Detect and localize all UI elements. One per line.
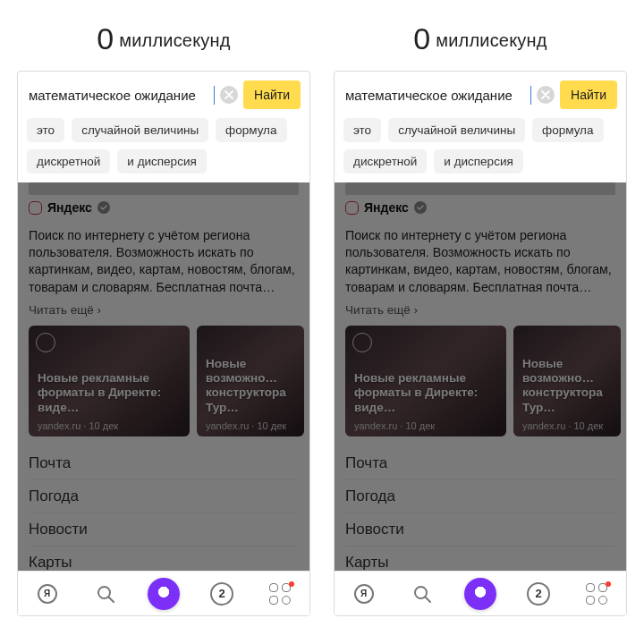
- nav-home[interactable]: Я: [30, 576, 65, 612]
- card-meta: yandex.ru · 10 дек: [38, 420, 118, 431]
- chip[interactable]: формула: [532, 118, 603, 142]
- nav-search[interactable]: [404, 576, 440, 612]
- nav-tabs[interactable]: 2: [204, 576, 240, 612]
- services-icon: [269, 583, 291, 605]
- card-meta: yandex.ru · 10 дек: [354, 420, 435, 431]
- nav-assistant[interactable]: [462, 576, 498, 612]
- phone-frame: Найти это случайной величины формула дис…: [17, 71, 310, 616]
- card-meta: yandex.ru · 10 дек: [206, 420, 286, 431]
- search-button[interactable]: Найти: [560, 80, 617, 109]
- chip[interactable]: случайной величины: [72, 118, 208, 142]
- news-card[interactable]: Новые возможно… конструктора Тур… yandex…: [197, 326, 304, 436]
- cutoff-title: [29, 182, 299, 195]
- cutoff-title: [345, 182, 615, 195]
- dimmed-content: Яндекс Поиск по интернету с учётом регио…: [335, 182, 626, 571]
- yandex-ring-icon: Я: [38, 584, 57, 604]
- service-links: Почта Погода Новости Карты ТВ Радио Музы…: [335, 444, 626, 571]
- nav-more[interactable]: [579, 576, 614, 612]
- news-cards: Новые рекламные форматы в Директе: виде……: [335, 326, 626, 444]
- result-snippet: Поиск по интернету с учётом региона поль…: [335, 220, 626, 301]
- verified-icon: [414, 201, 427, 214]
- chip[interactable]: дискретной: [27, 149, 110, 174]
- news-card[interactable]: Новые рекламные форматы в Директе: виде……: [29, 326, 190, 436]
- timer-label: 0 миллисекунд: [97, 21, 230, 56]
- nav-search[interactable]: [88, 576, 123, 612]
- phone-frame: Найти это случайной величины формула дис…: [334, 71, 627, 616]
- link-item[interactable]: Почта: [345, 447, 615, 480]
- link-item[interactable]: Погода: [345, 480, 615, 513]
- result-brand-row: Яндекс: [335, 200, 626, 220]
- read-more-link[interactable]: Читать ещё ›: [18, 301, 309, 326]
- close-icon: [541, 90, 550, 99]
- clear-button[interactable]: [220, 86, 238, 104]
- search-input[interactable]: [29, 86, 215, 105]
- column-right: 0 миллисекунд Найти это случайной величи…: [333, 9, 628, 616]
- result-snippet: Поиск по интернету с учётом региона поль…: [18, 220, 309, 301]
- card-title: Новые рекламные форматы в Директе: виде…: [354, 371, 497, 415]
- nav-tabs[interactable]: 2: [521, 576, 556, 612]
- service-links: Почта Погода Новости Карты ТВ Радио Музы…: [18, 444, 309, 571]
- search-bar: Найти: [335, 72, 626, 118]
- alice-icon: [148, 578, 180, 610]
- timer-value: 0: [97, 21, 114, 55]
- yandex-logo-icon: [29, 201, 42, 215]
- comparison-pair: 0 миллисекунд Найти это случайной величи…: [0, 0, 644, 616]
- card-title: Новые возможно… конструктора Тур…: [206, 357, 295, 415]
- chip[interactable]: случайной величины: [388, 118, 525, 142]
- chip[interactable]: это: [343, 118, 381, 142]
- notification-dot-icon: [289, 581, 294, 587]
- news-card[interactable]: Новые рекламные форматы в Директе: виде……: [345, 326, 506, 436]
- news-cards: Новые рекламные форматы в Директе: виде……: [18, 326, 309, 444]
- yandex-ring-icon: Я: [354, 584, 374, 604]
- chip[interactable]: дискретной: [343, 149, 427, 174]
- read-more-link[interactable]: Читать ещё ›: [335, 301, 626, 326]
- search-bar: Найти: [18, 72, 309, 118]
- nav-assistant[interactable]: [146, 576, 182, 612]
- nav-more[interactable]: [262, 576, 298, 612]
- bottom-nav: Я 2: [18, 571, 309, 615]
- link-item[interactable]: Карты: [29, 547, 299, 571]
- result-brand: Яндекс: [47, 200, 92, 215]
- result-brand: Яндекс: [364, 200, 409, 215]
- verified-icon: [97, 201, 110, 214]
- link-item[interactable]: Новости: [29, 513, 299, 547]
- link-item[interactable]: Погода: [29, 480, 299, 513]
- chip[interactable]: формула: [216, 118, 286, 142]
- turbo-icon: [36, 333, 55, 352]
- search-input[interactable]: [345, 86, 531, 105]
- nav-home[interactable]: Я: [346, 576, 382, 612]
- tabs-count-icon: 2: [210, 582, 233, 606]
- search-icon: [411, 583, 433, 605]
- search-button[interactable]: Найти: [243, 80, 301, 109]
- column-left: 0 миллисекунд Найти это случайной величи…: [16, 9, 311, 616]
- alice-icon: [464, 578, 496, 610]
- bottom-nav: Я 2: [335, 571, 626, 615]
- suggestion-chips: это случайной величины формула дискретно…: [18, 118, 309, 182]
- card-title: Новые рекламные форматы в Директе: виде…: [38, 371, 181, 415]
- clear-button[interactable]: [537, 86, 555, 104]
- notification-dot-icon: [606, 581, 611, 587]
- result-brand-row: Яндекс: [18, 200, 309, 220]
- turbo-icon: [352, 333, 372, 352]
- close-icon: [225, 90, 233, 99]
- tabs-count-icon: 2: [527, 582, 550, 606]
- chip[interactable]: и дисперсия: [117, 149, 206, 174]
- suggestion-chips: это случайной величины формула дискретно…: [335, 118, 626, 182]
- link-item[interactable]: Карты: [345, 547, 615, 571]
- timer-value: 0: [413, 21, 430, 55]
- timer-label: 0 миллисекунд: [413, 21, 547, 56]
- svg-line-3: [425, 597, 430, 602]
- link-item[interactable]: Новости: [345, 513, 615, 547]
- card-title: Новые возможно… конструктора Тур…: [522, 357, 612, 415]
- chip[interactable]: это: [27, 118, 64, 142]
- chip[interactable]: и дисперсия: [434, 149, 522, 174]
- news-card[interactable]: Новые возможно… конструктора Тур… yandex…: [513, 326, 621, 436]
- timer-unit: миллисекунд: [436, 30, 547, 50]
- services-icon: [586, 583, 607, 605]
- dimmed-content: Яндекс Поиск по интернету с учётом регио…: [18, 182, 309, 571]
- search-icon: [95, 583, 116, 605]
- result-description: Поиск по интернету с учётом региона поль…: [29, 227, 299, 296]
- card-meta: yandex.ru · 10 дек: [522, 420, 603, 431]
- svg-line-1: [108, 597, 114, 602]
- link-item[interactable]: Почта: [29, 447, 299, 480]
